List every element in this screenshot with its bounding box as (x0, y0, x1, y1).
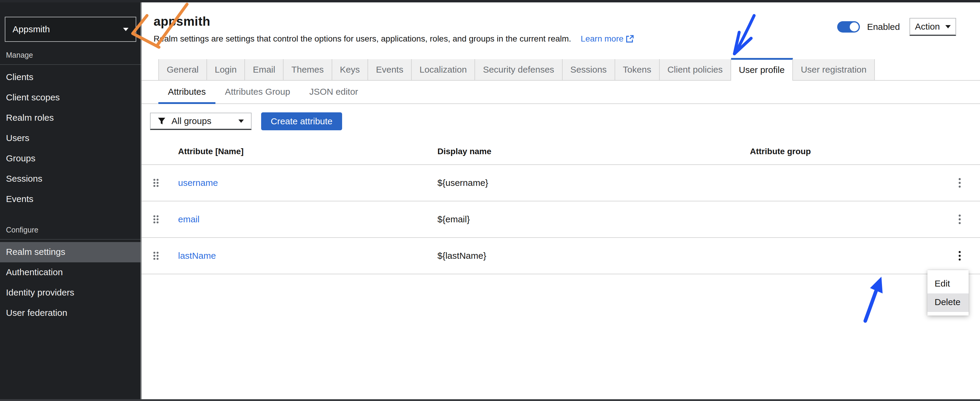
tab-keys[interactable]: Keys (332, 59, 368, 80)
sidebar-item-groups[interactable]: Groups (0, 148, 142, 169)
subtab-attributes-group[interactable]: Attributes Group (215, 81, 300, 103)
tab-login[interactable]: Login (207, 59, 245, 80)
sidebar-item-identity-providers[interactable]: Identity providers (0, 283, 142, 303)
chevron-down-icon (123, 28, 129, 31)
sidebar-item-sessions[interactable]: Sessions (0, 169, 142, 189)
action-dropdown-button[interactable]: Action (910, 18, 956, 36)
subtab-attributes[interactable]: Attributes (158, 81, 215, 103)
window-bottom-edge (0, 399, 980, 401)
context-menu-edit[interactable]: Edit (928, 275, 969, 293)
tab-tokens[interactable]: Tokens (615, 59, 660, 80)
learn-more-label: Learn more (581, 34, 624, 44)
sidebar-manage-list: Clients Client scopes Realm roles Users … (0, 65, 142, 210)
sidebar-item-realm-settings[interactable]: Realm settings (0, 242, 142, 263)
subtab-json-editor[interactable]: JSON editor (300, 81, 368, 103)
tab-client-policies[interactable]: Client policies (660, 59, 731, 80)
attributes-toolbar: All groups Create attribute (150, 112, 980, 130)
filter-icon (158, 118, 165, 125)
tab-themes[interactable]: Themes (283, 59, 332, 80)
column-display-name: Display name (430, 147, 742, 156)
table-row-lastname: lastName ${lastName} (142, 238, 980, 274)
tab-user-registration[interactable]: User registration (793, 59, 875, 80)
learn-more-link[interactable]: Learn more (581, 34, 634, 44)
create-attribute-button[interactable]: Create attribute (261, 112, 342, 130)
header-controls: Enabled Action (837, 18, 956, 36)
column-attribute-name: Attribute [Name] (170, 147, 430, 156)
kebab-icon (958, 178, 961, 188)
page-description-text: Realm settings are settings that control… (154, 34, 571, 44)
enabled-label: Enabled (867, 22, 900, 32)
row-actions-context-menu: Edit Delete (928, 270, 969, 315)
sidebar-item-realm-roles[interactable]: Realm roles (0, 108, 142, 128)
sidebar-section-manage: Manage (0, 42, 142, 64)
column-attribute-group: Attribute group (742, 147, 939, 156)
table-row-username: username ${username} (142, 165, 980, 201)
drag-handle-icon (153, 215, 159, 224)
drag-handle-icon (153, 251, 159, 260)
context-menu-delete[interactable]: Delete (928, 293, 969, 312)
enabled-toggle[interactable] (837, 21, 860, 33)
enabled-toggle-group: Enabled (837, 21, 900, 33)
attribute-display-name: ${username} (430, 178, 742, 188)
blue-arrow-to-kebab-menu (865, 277, 883, 321)
drag-handle[interactable] (142, 251, 170, 260)
drag-handle[interactable] (142, 178, 170, 187)
drag-handle[interactable] (142, 215, 170, 224)
tab-email[interactable]: Email (245, 59, 283, 80)
attribute-name-link[interactable]: email (170, 214, 430, 224)
attribute-display-name: ${lastName} (430, 251, 742, 261)
tab-localization[interactable]: Localization (412, 59, 475, 80)
tab-sessions[interactable]: Sessions (563, 59, 615, 80)
tab-user-profile[interactable]: User profile (731, 58, 793, 81)
window-top-edge (0, 0, 980, 2)
table-row-email: email ${email} (142, 201, 980, 238)
sidebar: Appsmith Manage Clients Client scopes Re… (0, 0, 142, 401)
row-kebab-menu-button-open[interactable] (955, 248, 964, 263)
attributes-table: Attribute [Name] Display name Attribute … (142, 138, 980, 274)
keycloak-admin-console: Appsmith Manage Clients Client scopes Re… (0, 0, 980, 401)
realm-selector-dropdown[interactable]: Appsmith (5, 17, 136, 42)
group-filter-dropdown[interactable]: All groups (150, 113, 251, 130)
toggle-knob (850, 22, 859, 31)
kebab-icon (958, 214, 961, 224)
external-link-icon (626, 35, 634, 43)
sidebar-item-authentication[interactable]: Authentication (0, 263, 142, 283)
sidebar-configure-list: Realm settings Authentication Identity p… (0, 240, 142, 323)
sidebar-item-clients[interactable]: Clients (0, 67, 142, 88)
sidebar-item-user-federation[interactable]: User federation (0, 303, 142, 323)
tab-events[interactable]: Events (368, 59, 412, 80)
table-header-row: Attribute [Name] Display name Attribute … (142, 138, 980, 165)
sidebar-item-client-scopes[interactable]: Client scopes (0, 88, 142, 108)
sidebar-item-users[interactable]: Users (0, 128, 142, 148)
chevron-down-icon (239, 119, 244, 123)
drag-handle-icon (153, 178, 159, 187)
chevron-down-icon (945, 25, 951, 29)
row-kebab-menu-button[interactable] (955, 212, 964, 227)
row-kebab-menu-button[interactable] (955, 175, 964, 190)
tab-security-defenses[interactable]: Security defenses (475, 59, 562, 80)
realm-selector-value: Appsmith (13, 24, 50, 34)
attribute-name-link[interactable]: lastName (170, 251, 430, 261)
tab-general[interactable]: General (158, 59, 207, 80)
action-label: Action (915, 22, 940, 32)
sidebar-item-events[interactable]: Events (0, 189, 142, 210)
main-content: appsmith Realm settings are settings tha… (142, 0, 980, 274)
attribute-display-name: ${email} (430, 214, 742, 224)
kebab-icon (958, 251, 961, 261)
user-profile-subtabs: Attributes Attributes Group JSON editor (142, 81, 980, 104)
attribute-name-link[interactable]: username (170, 178, 430, 188)
realm-settings-tabs: General Login Email Themes Keys Events L… (142, 58, 980, 81)
group-filter-value: All groups (172, 116, 232, 126)
sidebar-section-configure: Configure (0, 210, 142, 239)
